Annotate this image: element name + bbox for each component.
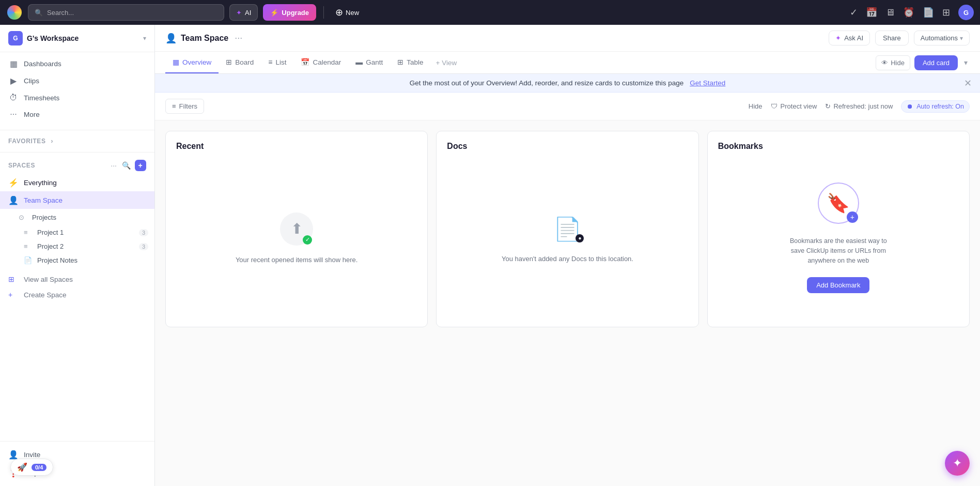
plus-icon: ⊕ [335,7,343,18]
recent-main-icon: ⬆ [291,220,303,237]
sidebar-label-timesheets: Timesheets [24,94,146,102]
sidebar-item-project1[interactable]: ≡ Project 1 3 [0,225,154,239]
everything-icon: ⚡ [8,178,20,188]
overview-tab-icon: ▦ [173,58,179,66]
tabs-expand-icon[interactable]: ▾ [962,56,970,69]
new-button[interactable]: ⊕ New [331,4,363,21]
toolbar-hide[interactable]: Hide [749,102,763,110]
add-bookmark-button[interactable]: Add Bookmark [807,277,869,293]
upgrade-button[interactable]: ⚡ Upgrade [263,4,316,21]
invite-label: Invite [24,451,40,459]
tab-board[interactable]: ⊞ Board [219,52,261,73]
tab-overview-label: Overview [182,58,211,66]
docs-icon-container: 📄 ● [552,214,583,245]
ai-button[interactable]: ✦ AI [229,4,258,21]
filters-button[interactable]: ≡ Filters [165,99,204,114]
sidebar-label-dashboards: Dashboards [24,60,146,68]
create-space-label: Create Space [24,291,148,299]
project1-icon: ≡ [24,229,33,236]
rocket-count: 0/4 [32,464,46,471]
calendar-nav-icon[interactable]: 📅 [866,7,877,18]
toolbar-right: Hide 🛡 Protect view ↻ Refreshed: just no… [749,100,970,113]
tab-calendar-label: Calendar [313,58,341,66]
tab-overview[interactable]: ▦ Overview [165,52,219,73]
tab-add-view[interactable]: + View [431,53,462,73]
search-bar[interactable]: 🔍 Search... [28,4,224,21]
team-space-add-button[interactable]: + [140,195,148,205]
refresh-icon: ↻ [825,102,831,110]
sidebar-item-team-space[interactable]: 👤 Team Space ··· + [0,191,154,209]
ask-ai-button[interactable]: ✦ Ask AI [829,31,870,45]
tab-calendar[interactable]: 📅 Calendar [293,52,348,73]
logo[interactable] [6,4,23,21]
bookmark-description: Bookmarks are the easiest way to save Cl… [787,236,890,265]
card-docs-title: Docs [447,142,688,151]
sidebar-item-everything[interactable]: ⚡ Everything [0,174,154,191]
tab-gantt[interactable]: ▬ Gantt [348,52,390,73]
tab-list[interactable]: ≡ List [261,52,293,73]
sidebar-item-view-all-spaces[interactable]: ⊞ View all Spaces [0,271,154,287]
sidebar-item-clips[interactable]: ▶ Clips [0,72,154,89]
spaces-search-button[interactable]: 🔍 [121,160,132,171]
banner-link[interactable]: Get Started [690,79,725,87]
top-navigation: 🔍 Search... ✦ AI ⚡ Upgrade ⊕ New ✓ 📅 🖥 ⏰… [0,0,980,25]
auto-refresh-toggle[interactable]: ⏺ Auto refresh: On [901,100,970,113]
avatar[interactable]: G [958,5,974,20]
projects-dots-button[interactable]: ··· [129,212,138,222]
project1-label: Project 1 [37,229,135,236]
workspace-avatar: G [8,31,23,45]
filters-icon: ≡ [172,102,176,110]
team-space-dots-button[interactable]: ··· [128,195,138,205]
tab-table[interactable]: ⊞ Table [390,52,430,73]
protect-view-button[interactable]: 🛡 Protect view [771,102,817,110]
spaces-more-button[interactable]: ··· [110,160,118,171]
main-content: 👤 Team Space ··· ✦ Ask AI Share Automati… [155,25,980,486]
auto-refresh-icon: ⏺ [907,103,913,110]
check-icon[interactable]: ✓ [850,7,858,18]
team-space-icon: 👤 [8,195,20,205]
sidebar-item-projects[interactable]: ⊙ Projects ··· + [0,209,154,225]
sidebar-item-project-notes[interactable]: 📄 Project Notes [0,253,154,267]
tab-board-label: Board [235,58,254,66]
space-header-dots-button[interactable]: ··· [235,33,242,43]
favorites-header: Favorites › [0,134,154,148]
sidebar-item-more[interactable]: ··· More [0,106,154,123]
share-button[interactable]: Share [875,31,909,45]
bookmark-icon: 🔖 [827,192,850,214]
automations-button[interactable]: Automations ▾ [914,31,970,45]
tab-list-label: List [275,58,286,66]
project-notes-icon: 📄 [24,256,33,264]
sidebar-item-project2[interactable]: ≡ Project 2 3 [0,239,154,253]
automations-chevron-icon: ▾ [960,35,963,42]
hide-button[interactable]: 👁 Hide [876,55,910,70]
workspace-selector[interactable]: G G's Workspace ▾ [0,25,154,52]
grid-icon[interactable]: ⊞ [942,7,950,18]
projects-add-button[interactable]: + [140,212,148,222]
banner-close-button[interactable]: ✕ [964,78,972,89]
sidebar-divider-2 [0,152,154,153]
spaces-add-button[interactable]: + [135,160,146,171]
sidebar-item-timesheets[interactable]: ⏱ Timesheets [0,89,154,106]
upgrade-icon: ⚡ [270,9,278,17]
sidebar-item-create-space[interactable]: + Create Space [0,287,154,302]
screen-icon[interactable]: 🖥 [885,7,895,18]
tabs-bar: ▦ Overview ⊞ Board ≡ List 📅 Calendar ▬ G… [155,52,980,74]
sidebar-item-dashboards[interactable]: ▦ Dashboards [0,55,154,72]
clips-icon: ▶ [8,76,19,86]
logo-icon [7,5,22,20]
card-recent-title: Recent [176,142,417,151]
doc-icon[interactable]: 📄 [923,7,934,18]
list-tab-icon: ≡ [268,58,272,66]
tab-table-label: Table [407,58,423,66]
rocket-badge[interactable]: 🚀 0/4 [10,459,53,476]
card-bookmarks-title: Bookmarks [718,142,959,151]
nav-icons: ✓ 📅 🖥 ⏰ 📄 ⊞ G [850,5,974,20]
card-recent: Recent ⬆ ✓ Your recent opened items will… [165,131,428,327]
clock-icon[interactable]: ⏰ [903,7,914,18]
team-space-label: Team Space [24,196,123,204]
add-card-button[interactable]: Add card [914,55,958,70]
everything-label: Everything [24,179,148,187]
spaces-header: Spaces ··· 🔍 + [0,157,154,174]
sparkle-fab[interactable]: ✦ [945,451,970,476]
board-tab-icon: ⊞ [226,58,232,66]
